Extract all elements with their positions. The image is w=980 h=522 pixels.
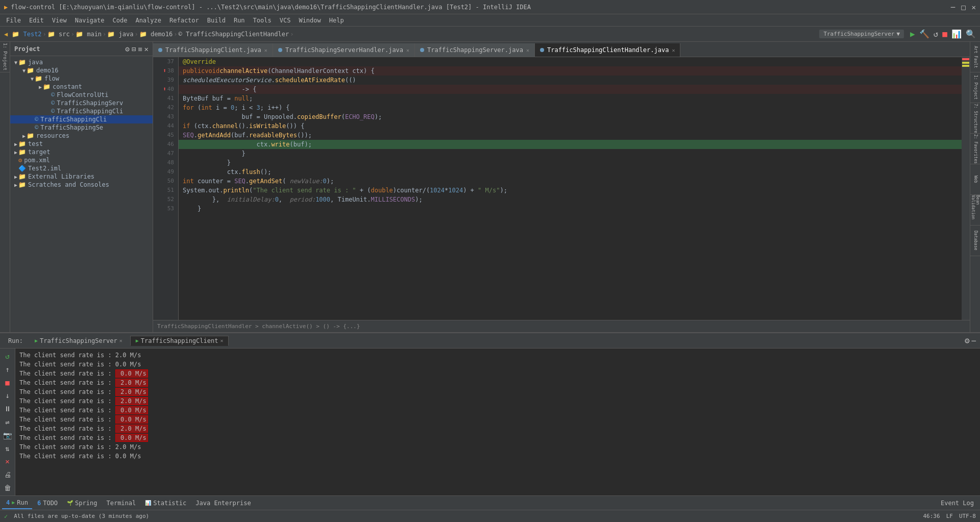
menu-navigate[interactable]: Navigate	[71, 16, 109, 25]
menu-refactor[interactable]: Refactor	[165, 16, 203, 25]
scroll-down-button[interactable]: ↓	[2, 390, 13, 401]
sidebar-7-structure[interactable]: 7: Structure	[970, 103, 980, 134]
tab-close-icon[interactable]: ✕	[119, 338, 122, 343]
breadcrumb-test2[interactable]: 📁 Test2	[12, 31, 41, 38]
tree-item-trafficshappingcli-flow[interactable]: ▶ © TrafficShappingCli	[10, 107, 153, 115]
status-position[interactable]: 46:36	[923, 513, 940, 519]
tab-trafficshappingserver[interactable]: TrafficShappingServer.java ✕	[415, 43, 535, 57]
breakpoint-icon[interactable]: ⬆	[163, 66, 166, 76]
panel-close-icon[interactable]: ✕	[144, 45, 149, 53]
tab-run[interactable]: 4 ▶ Run	[2, 497, 32, 509]
search-everywhere-button[interactable]: 🔍	[966, 29, 976, 39]
stop-button[interactable]: ■	[942, 29, 947, 39]
tab-todo[interactable]: 6 TODO	[33, 497, 62, 509]
maximize-button[interactable]: □	[961, 3, 965, 11]
breadcrumb-src[interactable]: 📁 src	[47, 31, 70, 38]
menu-window[interactable]: Window	[295, 16, 325, 25]
screenshot-button[interactable]: 📷	[2, 430, 13, 441]
tree-item-test[interactable]: ▶ 📁 test	[10, 140, 153, 148]
tree-item-resources[interactable]: ▶ 📁 resources	[10, 132, 153, 140]
coverage-button[interactable]: 📊	[951, 29, 962, 39]
breadcrumb-handler[interactable]: © TrafficShappingClientHandler	[179, 31, 289, 38]
tab-trafficshappingclienthandler[interactable]: TrafficShappingClientHandler.java ✕	[535, 43, 680, 57]
breadcrumb-java[interactable]: 📁 java	[107, 31, 133, 38]
breadcrumb-main[interactable]: 📁 main	[76, 31, 102, 38]
tree-item-trafficshapingserv[interactable]: ▶ © TrafficShapingServ	[10, 99, 153, 107]
tree-item-test2iml[interactable]: ▶ 🔷 Test2.iml	[10, 164, 153, 172]
tab-close-icon[interactable]: ✕	[406, 47, 409, 53]
run-minimize-icon[interactable]: ─	[972, 337, 976, 345]
tab-trafficshappingclient[interactable]: TrafficShappingClient.java ✕	[153, 43, 273, 57]
tab-close-icon[interactable]: ✕	[220, 338, 223, 343]
window-controls[interactable]: ─ □ ✕	[951, 3, 976, 11]
tree-item-external-libraries[interactable]: ▶ 📁 External Libraries	[10, 172, 153, 181]
print-button[interactable]: 🖨	[2, 469, 13, 480]
status-encoding[interactable]: UTF-8	[959, 513, 976, 519]
run-config-selector[interactable]: TrafficShappingServer ▼	[819, 30, 904, 38]
run-button[interactable]: ▶	[910, 29, 915, 39]
pause-button[interactable]: ⏸	[2, 403, 13, 414]
menu-edit[interactable]: Edit	[25, 16, 48, 25]
sidebar-art-fault[interactable]: Art Fault	[970, 42, 980, 72]
tree-item-java[interactable]: ▼ 📁 java	[10, 58, 153, 66]
stop-button[interactable]: ■	[2, 377, 13, 388]
right-gutter	[962, 57, 970, 320]
tree-item-flowcontroluti[interactable]: ▶ © FlowControlUti	[10, 91, 153, 99]
sidebar-tab-project[interactable]: 1: Project	[0, 42, 10, 72]
tab-trafficshapingserverhandler[interactable]: TrafficShapingServerHandler.java ✕	[273, 43, 415, 57]
scroll-up-button[interactable]: ↑	[2, 364, 13, 375]
close-button[interactable]: ✕	[972, 3, 976, 11]
menu-view[interactable]: View	[48, 16, 71, 25]
tree-item-trafficshappingse[interactable]: ▶ © TrafficShappingSe	[10, 123, 153, 132]
nav-back-icon[interactable]: ◀	[4, 31, 8, 38]
sort-button[interactable]: ⇅	[2, 443, 13, 454]
tab-spring[interactable]: 🌱 Spring	[63, 497, 101, 509]
tab-close-icon[interactable]: ✕	[672, 47, 675, 53]
tree-item-pomxml[interactable]: ▶ ⚙ pom.xml	[10, 156, 153, 164]
code-content[interactable]: @Override public void channelActive(Chan…	[179, 57, 962, 320]
menu-vcs[interactable]: VCS	[276, 16, 295, 25]
sidebar-2-favorites[interactable]: 2: Favorites	[970, 134, 980, 164]
menu-build[interactable]: Build	[203, 16, 230, 25]
panel-layout-icon[interactable]: ⊟	[132, 45, 136, 53]
menu-run[interactable]: Run	[230, 16, 249, 25]
tree-item-flow[interactable]: ▼ 📁 flow	[10, 74, 153, 83]
tree-item-constant[interactable]: ▶ 📁 constant	[10, 83, 153, 91]
sidebar-web[interactable]: Web	[970, 164, 980, 195]
tab-close-icon[interactable]: ✕	[526, 47, 529, 53]
tree-item-demo16[interactable]: ▼ 📁 demo16	[10, 66, 153, 74]
tree-item-target[interactable]: ▶ 📁 target	[10, 148, 153, 156]
build-button[interactable]: 🔨	[919, 29, 929, 39]
line-num-50: 50	[153, 177, 178, 186]
tab-event-log[interactable]: Event Log	[937, 497, 978, 509]
status-line-ending[interactable]: LF	[946, 513, 953, 519]
tab-statistic[interactable]: 📊 Statistic	[141, 497, 190, 509]
menu-file[interactable]: File	[2, 16, 25, 25]
menu-help[interactable]: Help	[325, 16, 348, 25]
minimize-button[interactable]: ─	[951, 3, 955, 11]
tree-item-scratches[interactable]: ▶ 📁 Scratches and Consoles	[10, 181, 153, 189]
trash-button[interactable]: 🗑	[2, 482, 13, 493]
soft-wrap-button[interactable]: ⇌	[2, 416, 13, 428]
sidebar-database[interactable]: Database	[970, 226, 980, 256]
panel-gear-icon[interactable]: ≡	[138, 45, 142, 53]
run-settings-icon[interactable]: ⚙	[965, 336, 970, 345]
close-panel-button[interactable]: ✕	[2, 456, 13, 467]
menu-analyze[interactable]: Analyze	[131, 16, 165, 25]
tree-item-trafficshappingcli[interactable]: ▶ © TrafficShappingCli	[10, 115, 153, 123]
run-tab-client[interactable]: ▶ TrafficShappingClient ✕	[130, 336, 229, 346]
tab-java-enterprise[interactable]: Java Enterprise	[191, 497, 255, 509]
rerun-button[interactable]: ↺	[2, 351, 13, 362]
highlighted-value: 2.0 M/s	[115, 397, 148, 405]
panel-settings-icon[interactable]: ⚙	[125, 45, 129, 53]
tab-close-icon[interactable]: ✕	[264, 47, 267, 53]
run-tab-server[interactable]: ▶ TrafficShappingServer ✕	[29, 336, 128, 346]
menu-tools[interactable]: Tools	[249, 16, 276, 25]
breadcrumb-demo16[interactable]: 📁 demo16	[139, 31, 173, 38]
sidebar-bean-validation[interactable]: Bean Validation	[970, 195, 980, 226]
tab-terminal[interactable]: Terminal	[102, 497, 140, 509]
breakpoint-icon[interactable]: ⬆	[163, 85, 166, 94]
sidebar-1-project[interactable]: 1: Project	[970, 72, 980, 103]
menu-code[interactable]: Code	[109, 16, 132, 25]
rerun-button[interactable]: ↺	[934, 29, 939, 39]
